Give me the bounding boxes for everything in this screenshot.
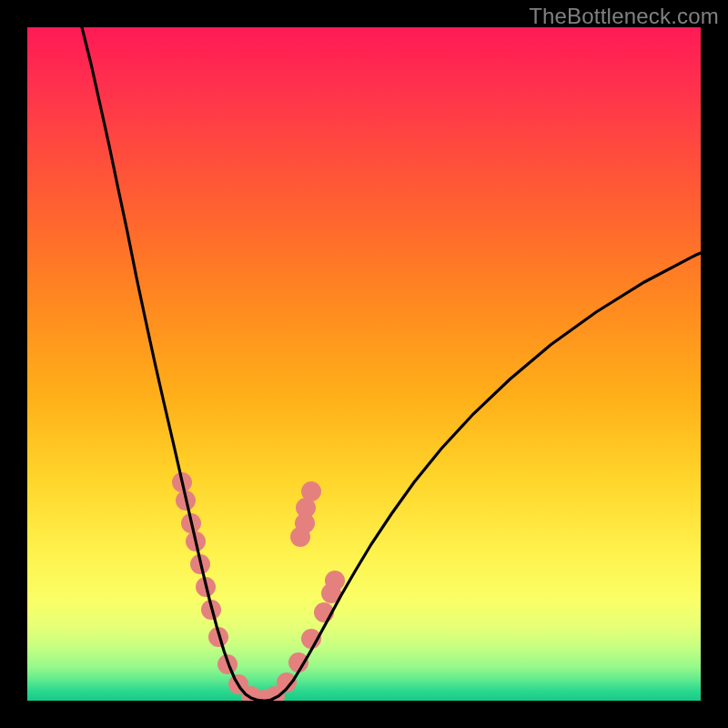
watermark-text: TheBottleneck.com <box>529 4 719 29</box>
plot-area <box>27 27 701 701</box>
left-curve <box>82 27 262 701</box>
chart-overlay <box>27 27 701 701</box>
data-dot <box>301 481 321 501</box>
data-dot <box>325 571 345 591</box>
chart-stage: TheBottleneck.com <box>0 0 728 728</box>
data-dots <box>172 472 345 701</box>
right-curve <box>262 253 701 701</box>
